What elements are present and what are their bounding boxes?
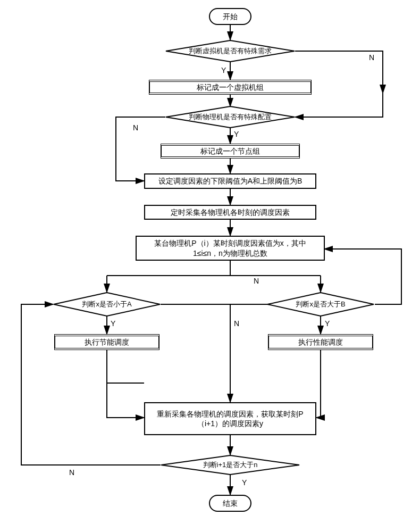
d2-no: N <box>133 123 138 132</box>
d1-yes: Y <box>221 66 226 74</box>
process-p6: 执行节能调度 <box>54 334 159 350</box>
d3-no: N <box>254 277 259 285</box>
p4-label: 定时采集各物理机各时刻的调度因素 <box>171 207 290 217</box>
d2-yes: Y <box>234 130 239 138</box>
decision-d5 <box>161 455 300 475</box>
svg-marker-16 <box>166 40 295 62</box>
d4-yes: Y <box>325 319 330 328</box>
process-p4: 定时采集各物理机各时刻的调度因素 <box>144 205 316 220</box>
svg-marker-20 <box>161 455 299 475</box>
svg-marker-17 <box>166 106 295 128</box>
p6-label: 执行节能调度 <box>85 337 129 347</box>
d5-no: N <box>69 468 74 477</box>
p1-label: 标记成一个虚拟机组 <box>197 82 264 92</box>
process-p2: 标记成一个节点组 <box>161 144 300 159</box>
svg-marker-18 <box>54 293 160 316</box>
decision-d4 <box>267 292 374 317</box>
p7-label: 执行性能调度 <box>298 337 343 347</box>
process-p8: 重新采集各物理机的调度因素，获取某时刻P （i+1）的调度因素y <box>144 402 316 435</box>
d4-no: N <box>234 319 239 328</box>
d3-yes: Y <box>111 319 115 328</box>
p3-label: 设定调度因素的下限阈值为A和上限阈值为B <box>158 176 303 186</box>
start-label: 开始 <box>223 12 238 21</box>
svg-marker-19 <box>267 293 374 316</box>
p2-label: 标记成一个节点组 <box>200 146 260 156</box>
p8-label: 重新采集各物理机的调度因素，获取某时刻P （i+1）的调度因素y <box>157 409 303 428</box>
d5-yes: Y <box>242 478 247 487</box>
decision-d2 <box>165 106 295 128</box>
process-p1: 标记成一个虚拟机组 <box>149 80 312 95</box>
process-p7: 执行性能调度 <box>268 334 373 350</box>
d1-no: N <box>369 53 374 62</box>
process-p5: 某台物理机P（i）某时刻调度因素值为x，其中 1≤i≤n，n为物理机总数 <box>136 236 325 261</box>
end-label: 结束 <box>223 498 238 508</box>
process-p3: 设定调度因素的下限阈值为A和上限阈值为B <box>144 173 316 189</box>
decision-d3 <box>53 292 161 317</box>
p5-label: 某台物理机P（i）某时刻调度因素值为x，其中 1≤i≤n，n为物理机总数 <box>154 238 306 257</box>
decision-d1 <box>165 40 295 62</box>
terminator-end: 结束 <box>209 495 251 512</box>
terminator-start: 开始 <box>209 8 251 25</box>
